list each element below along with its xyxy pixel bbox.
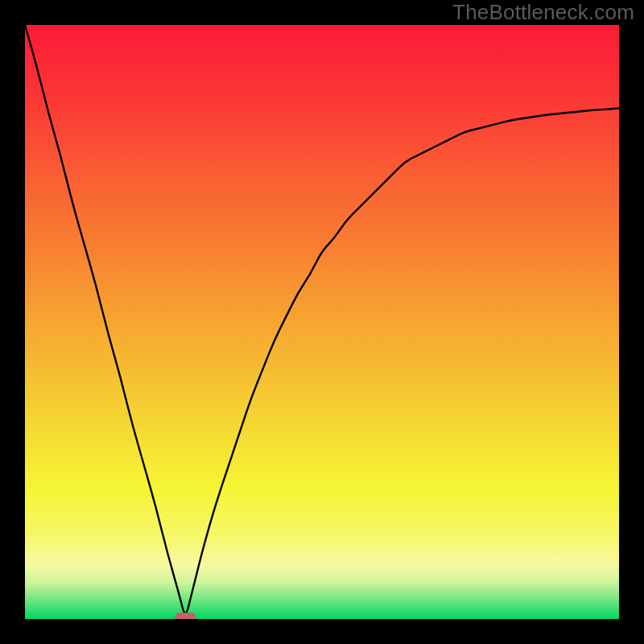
gradient-background — [25, 25, 619, 619]
chart-frame: TheBottleneck.com — [0, 0, 644, 644]
plot-area — [25, 25, 619, 619]
watermark-text: TheBottleneck.com — [452, 0, 634, 25]
bottleneck-chart — [25, 25, 619, 619]
min-marker — [175, 613, 196, 619]
